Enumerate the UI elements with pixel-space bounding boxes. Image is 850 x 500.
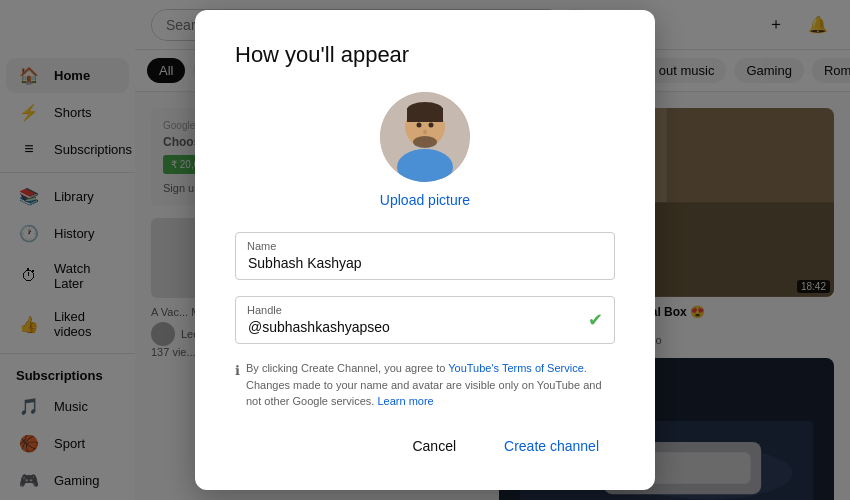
modal-overlay: How you'll appear: [0, 0, 850, 500]
handle-verified-icon: ✔: [588, 309, 603, 331]
svg-point-21: [423, 130, 427, 135]
upload-picture-button[interactable]: Upload picture: [380, 192, 470, 208]
terms-text-before: By clicking Create Channel, you agree to: [246, 362, 448, 374]
handle-label: Handle: [247, 304, 282, 316]
cancel-button[interactable]: Cancel: [396, 430, 472, 462]
avatar-section: Upload picture: [235, 92, 615, 208]
name-field: Name: [235, 232, 615, 280]
create-channel-button[interactable]: Create channel: [488, 430, 615, 462]
modal-avatar: [380, 92, 470, 182]
modal-actions: Cancel Create channel: [235, 430, 615, 462]
modal-title: How you'll appear: [235, 42, 615, 68]
svg-rect-17: [407, 108, 443, 122]
terms-link[interactable]: YouTube's Terms of Service: [448, 362, 584, 374]
handle-input[interactable]: [235, 296, 615, 344]
svg-point-18: [413, 136, 437, 148]
svg-point-19: [417, 123, 422, 128]
learn-more-link[interactable]: Learn more: [377, 395, 433, 407]
name-input[interactable]: [235, 232, 615, 280]
info-icon: ℹ: [235, 361, 240, 381]
handle-field: Handle ✔: [235, 296, 615, 344]
name-label: Name: [247, 240, 276, 252]
terms-section: ℹ By clicking Create Channel, you agree …: [235, 360, 615, 410]
how-you-appear-modal: How you'll appear: [195, 10, 655, 490]
svg-point-20: [429, 123, 434, 128]
